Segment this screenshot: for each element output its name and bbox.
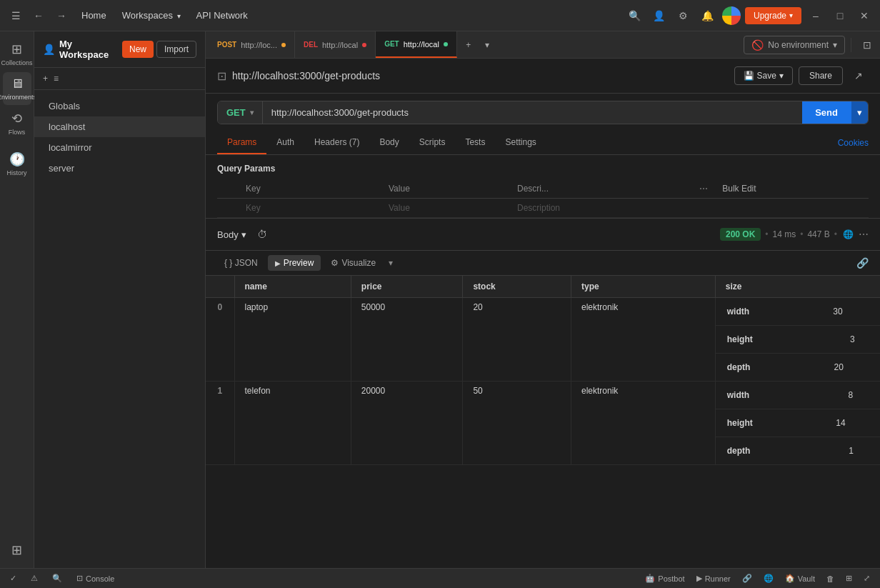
env-item-globals[interactable]: Globals <box>34 96 205 116</box>
row-size-key: width8 <box>715 382 880 409</box>
response-more-button[interactable]: ⋯ <box>859 229 869 240</box>
cookies-link[interactable]: Cookies <box>838 132 869 154</box>
forward-button[interactable]: → <box>51 6 71 26</box>
request-icon: ⊡ <box>217 69 226 83</box>
window-close-icon[interactable]: ✕ <box>854 6 874 26</box>
table-row: 1telefon2000050elektronikwidth8 <box>206 382 880 409</box>
workspace-actions: New Import <box>122 41 196 58</box>
bottom-bar: ✓ ⚠ 🔍 ⊡ Console 🤖 Postbot ▶ Runner 🔗 🌐 🏠… <box>0 568 880 588</box>
warning-icon[interactable]: ⚠ <box>26 572 42 584</box>
view-link-icon[interactable]: 🔗 <box>856 257 869 269</box>
invite-icon[interactable]: 👤 <box>649 6 669 26</box>
json-table-header-row: name price stock type size <box>206 276 880 298</box>
params-table: Key Value Descri... ⋯ Bulk Edit Key Valu… <box>217 179 869 218</box>
settings-icon[interactable]: ⚙ <box>674 6 694 26</box>
filter-env-icon[interactable]: ≡ <box>54 74 59 84</box>
tab-get[interactable]: GET http://local <box>376 31 457 58</box>
tab-bar: POST http://loc... DEL http://local GET … <box>206 31 880 59</box>
import-button[interactable]: Import <box>156 41 196 58</box>
sidebar-item-flows[interactable]: ⟲ Flows <box>3 106 31 140</box>
params-bulk-edit[interactable]: Bulk Edit <box>715 179 869 199</box>
req-tab-headers[interactable]: Headers (7) <box>304 131 369 154</box>
no-environment-button[interactable]: 🚫 No environment ▾ <box>744 36 845 54</box>
api-network-button[interactable]: API Network <box>189 7 255 24</box>
sidebar-item-collections[interactable]: ⊞ Collections <box>3 37 31 71</box>
home-button[interactable]: Home <box>74 7 114 24</box>
add-tab-button[interactable]: + <box>459 35 479 55</box>
row-name: telefon <box>234 382 351 465</box>
params-desc-input-cell[interactable]: Description <box>510 199 692 218</box>
window-minimize-icon[interactable]: – <box>806 6 826 26</box>
send-button[interactable]: Send <box>802 101 851 124</box>
row-price: 20000 <box>351 382 463 465</box>
request-header-actions: 💾 Save ▾ Share ↗ <box>734 66 869 86</box>
env-item-localhost[interactable]: localhost <box>34 116 205 137</box>
bottom-globe-icon[interactable]: 🌐 <box>759 572 778 584</box>
response-size: 447 B <box>807 229 829 239</box>
trash-icon[interactable]: 🗑 <box>822 573 839 584</box>
bell-icon[interactable]: 🔔 <box>698 6 718 26</box>
postbot-button[interactable]: 🤖 Postbot <box>641 572 689 584</box>
avatar[interactable] <box>722 6 741 25</box>
runner-button[interactable]: ▶ Runner <box>692 572 735 584</box>
send-dropdown-button[interactable]: ▾ <box>851 101 868 124</box>
globe-icon[interactable]: 🌐 <box>841 228 854 241</box>
vault-button[interactable]: 🏠 Vault <box>781 572 819 584</box>
env-item-server[interactable]: server <box>34 158 205 179</box>
expand-icon[interactable]: ↗ <box>849 66 869 86</box>
req-tab-body[interactable]: Body <box>369 131 409 154</box>
row-index: 0 <box>206 298 234 382</box>
search-icon[interactable]: 🔍 <box>625 6 645 26</box>
response-meta: 200 OK • 14 ms • 447 B • 🌐 ⋯ <box>720 228 869 241</box>
window-maximize-icon[interactable]: □ <box>830 6 850 26</box>
bottom-link-icon[interactable]: 🔗 <box>738 572 756 584</box>
method-select[interactable]: GET ▾ <box>218 101 263 124</box>
view-tabs-dropdown[interactable]: ▾ <box>389 258 393 268</box>
col-name: name <box>234 276 351 298</box>
console-button[interactable]: ⊡ Console <box>72 572 119 584</box>
view-tab-visualize[interactable]: ⚙ Visualize <box>324 255 383 271</box>
settings-sidebar-icon[interactable]: ⊡ <box>857 35 877 55</box>
sidebar-item-environments[interactable]: 🖥 Environments <box>3 72 31 105</box>
req-tab-params[interactable]: Params <box>217 131 266 154</box>
req-tab-tests[interactable]: Tests <box>455 131 495 154</box>
tabs-dropdown[interactable]: ▾ <box>479 36 496 54</box>
sidebar-item-history[interactable]: 🕐 History <box>3 147 31 181</box>
body-label[interactable]: Body ▾ <box>217 229 246 240</box>
response-history-icon[interactable]: ⏱ <box>252 224 272 244</box>
expand-layout-icon[interactable]: ⤢ <box>859 572 874 584</box>
tab-post[interactable]: POST http://loc... <box>209 31 295 58</box>
params-value-input-cell[interactable]: Value <box>381 199 510 218</box>
params-key-input-cell[interactable]: Key <box>239 199 381 218</box>
params-empty-row: Key Value Description <box>217 199 869 218</box>
method-dropdown-icon: ▾ <box>250 109 254 116</box>
right-content: POST http://loc... DEL http://local GET … <box>206 31 880 568</box>
response-area: Body ▾ ⏱ 200 OK • 14 ms • 447 B • 🌐 ⋯ <box>206 218 880 568</box>
env-item-localmirror[interactable]: localmirror <box>34 137 205 158</box>
status-badge: 200 OK <box>720 228 761 241</box>
col-stock: stock <box>463 276 571 298</box>
sidebar-item-layouts[interactable]: ⊞ <box>3 538 31 562</box>
url-input[interactable] <box>263 101 802 124</box>
runner-icon: ▶ <box>696 574 702 583</box>
save-button[interactable]: 💾 Save ▾ <box>734 66 793 85</box>
divider <box>851 38 851 52</box>
share-button[interactable]: Share <box>799 66 843 85</box>
workspaces-button[interactable]: Workspaces ▾ <box>115 7 188 24</box>
layout-icon[interactable]: ⊞ <box>841 572 856 584</box>
new-button[interactable]: New <box>122 41 154 58</box>
flows-icon: ⟲ <box>11 111 22 126</box>
tab-del[interactable]: DEL http://local <box>295 31 376 58</box>
menu-icon[interactable]: ☰ <box>6 6 26 26</box>
upgrade-button[interactable]: Upgrade ▾ <box>745 7 801 24</box>
status-check-icon[interactable]: ✓ <box>6 572 21 584</box>
req-tab-settings[interactable]: Settings <box>495 131 546 154</box>
req-tab-auth[interactable]: Auth <box>266 131 304 154</box>
back-button[interactable]: ← <box>29 6 49 26</box>
view-tab-preview[interactable]: ▶ Preview <box>268 255 321 271</box>
req-tab-scripts[interactable]: Scripts <box>409 131 456 154</box>
add-env-icon[interactable]: + <box>43 74 48 84</box>
bottom-search-icon[interactable]: 🔍 <box>48 572 66 584</box>
view-tab-json[interactable]: { } JSON <box>217 255 265 271</box>
tab-method-post: POST <box>217 41 236 49</box>
